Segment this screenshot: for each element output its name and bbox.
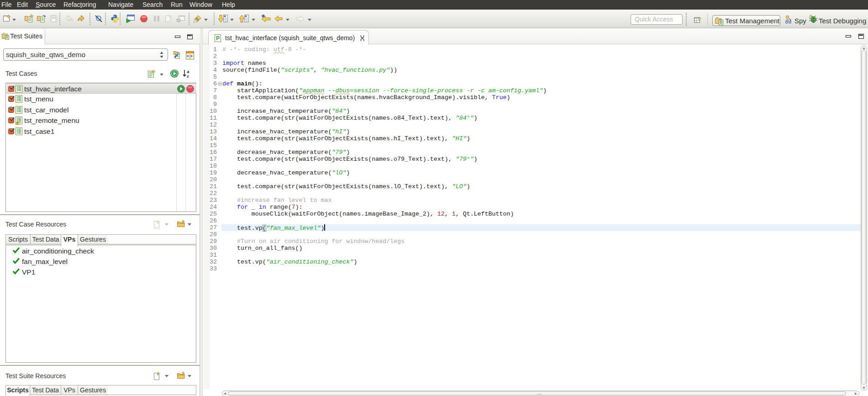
svg-text:z: z <box>187 73 189 78</box>
svg-text:P: P <box>216 35 220 42</box>
